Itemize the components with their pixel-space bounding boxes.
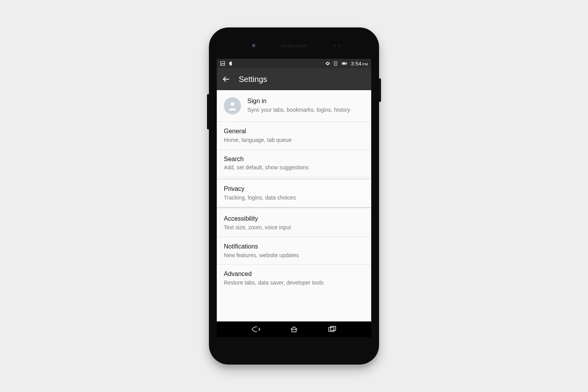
settings-item-subtitle: Add, set default, show suggestions: [224, 164, 364, 171]
phone-front-camera: [252, 44, 256, 48]
nav-home-button[interactable]: [289, 325, 299, 333]
android-nav-bar: [217, 321, 371, 337]
settings-item-subtitle: Restore tabs, data saver, developer tool…: [224, 279, 364, 287]
status-bar-left: [220, 61, 234, 66]
nav-back-button[interactable]: [250, 325, 261, 333]
clock-time: 3:54: [351, 61, 361, 67]
firefox-icon: [229, 61, 234, 66]
phone-earpiece: [280, 44, 308, 48]
settings-item-subtitle: New features, website updates: [224, 252, 364, 259]
back-button[interactable]: [221, 74, 231, 84]
battery-icon: [341, 61, 348, 66]
nav-back-icon: [250, 326, 261, 333]
status-bar: 3:54 PM: [217, 59, 371, 68]
clock-ampm: PM: [363, 62, 368, 66]
screen: 3:54 PM Settings Si: [217, 59, 371, 337]
settings-item-advanced[interactable]: Advanced Restore tabs, data saver, devel…: [217, 265, 371, 292]
stage: 3:54 PM Settings Si: [0, 0, 588, 392]
sim-alert-icon: [333, 61, 338, 66]
settings-item-title: Privacy: [224, 185, 364, 193]
person-icon: [227, 100, 238, 111]
nav-recent-icon: [327, 326, 338, 333]
svg-point-4: [336, 64, 336, 65]
settings-item-accessibility[interactable]: Accessibility Text size, zoom, voice inp…: [217, 209, 371, 237]
settings-item-subtitle: Home, language, tab queue: [224, 136, 364, 144]
phone-sensors: [334, 45, 340, 47]
svg-rect-12: [330, 327, 336, 330]
settings-item-subtitle: Tracking, logins, data choices: [224, 194, 364, 201]
settings-item-title: Notifications: [224, 243, 364, 251]
svg-rect-6: [343, 63, 346, 64]
image-icon: [220, 61, 225, 66]
avatar: [224, 97, 241, 114]
svg-rect-10: [292, 329, 296, 332]
settings-item-privacy[interactable]: Privacy Tracking, logins, data choices: [217, 180, 371, 207]
settings-item-title: General: [224, 127, 364, 136]
phone-volume-button: [207, 94, 209, 129]
app-bar: Settings: [217, 68, 371, 90]
settings-item-title: Advanced: [224, 270, 364, 278]
phone-frame: 3:54 PM Settings Si: [209, 27, 379, 365]
phone-power-button: [379, 78, 381, 102]
signin-subtitle: Sync your tabs, bookmarks, logins, histo…: [247, 106, 364, 114]
settings-item-title: Accessibility: [224, 215, 364, 223]
nav-recent-button[interactable]: [327, 325, 338, 333]
settings-item-signin[interactable]: Sign in Sync your tabs, bookmarks, login…: [217, 90, 371, 122]
settings-item-notifications[interactable]: Notifications New features, website upda…: [217, 237, 371, 265]
status-bar-clock: 3:54 PM: [351, 61, 368, 67]
settings-item-title: Search: [224, 155, 364, 163]
svg-rect-7: [347, 63, 347, 64]
back-arrow-icon: [222, 75, 230, 83]
signin-title: Sign in: [247, 97, 364, 105]
svg-point-9: [230, 102, 234, 106]
wifi-icon: [325, 61, 330, 66]
page-title: Settings: [239, 75, 267, 84]
settings-item-general[interactable]: General Home, language, tab queue: [217, 122, 371, 150]
status-bar-right: 3:54 PM: [325, 61, 368, 67]
svg-rect-11: [329, 327, 334, 331]
settings-item-subtitle: Text size, zoom, voice input: [224, 224, 364, 231]
nav-home-icon: [289, 326, 299, 333]
settings-item-search[interactable]: Search Add, set default, show suggestion…: [217, 150, 371, 178]
settings-list: Sign in Sync your tabs, bookmarks, login…: [217, 90, 371, 321]
signin-text: Sign in Sync your tabs, bookmarks, login…: [247, 97, 364, 114]
